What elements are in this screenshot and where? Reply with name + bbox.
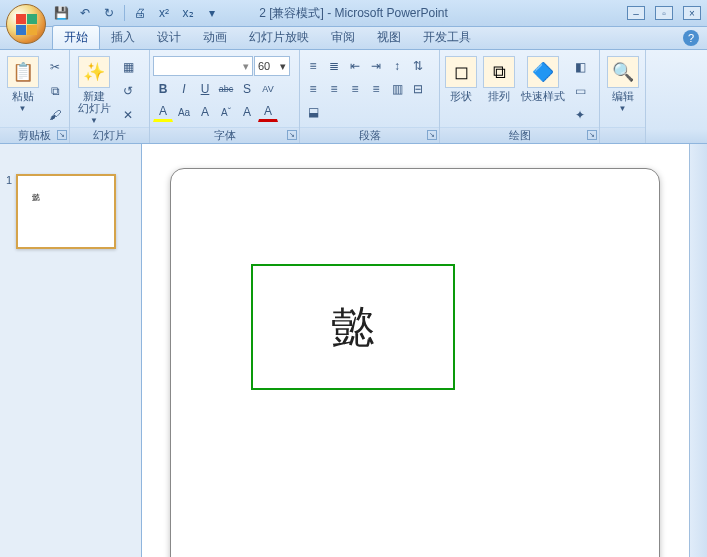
chevron-down-icon: ▾	[243, 60, 249, 73]
font-name-combo[interactable]: ▾	[153, 56, 253, 76]
edit-label: 编辑	[612, 90, 634, 102]
qat-customize-icon[interactable]: ▾	[203, 4, 221, 22]
tab-animations[interactable]: 动画	[192, 26, 238, 49]
save-icon[interactable]: 💾	[52, 4, 70, 22]
new-slide-icon: ✨	[78, 56, 110, 88]
group-editing: 🔍 编辑 ▼	[600, 50, 646, 143]
delete-slide-icon[interactable]: ✕	[117, 104, 139, 126]
arrange-button[interactable]: ⧉ 排列	[481, 52, 517, 102]
shape-outline-icon[interactable]: ▭	[569, 80, 591, 102]
chevron-down-icon: ▼	[19, 104, 27, 113]
thumbnail-panel: 1 懿	[0, 144, 142, 557]
chevron-down-icon: ▼	[90, 116, 98, 125]
shrink-font-button[interactable]: Aˇ	[216, 102, 236, 122]
highlight-button[interactable]: A	[153, 102, 173, 122]
slide-canvas[interactable]: 懿	[170, 168, 660, 557]
reset-icon[interactable]: ↺	[117, 80, 139, 102]
dialog-launcher-icon[interactable]: ↘	[587, 130, 597, 140]
print-icon[interactable]: 🖨	[131, 4, 149, 22]
paste-button[interactable]: 📋 粘贴 ▼	[3, 52, 42, 113]
qat-separator	[124, 5, 125, 21]
text-box[interactable]: 懿	[251, 264, 455, 390]
tab-insert[interactable]: 插入	[100, 26, 146, 49]
indent-increase-button[interactable]: ⇥	[366, 56, 386, 76]
underline-button[interactable]: U	[195, 79, 215, 99]
convert-smartart-button[interactable]: ⬓	[303, 102, 323, 122]
line-spacing-button[interactable]: ↕	[387, 56, 407, 76]
numbering-button[interactable]: ≣	[324, 56, 344, 76]
group-label-editing	[600, 127, 645, 143]
paste-label: 粘贴	[12, 90, 34, 102]
format-painter-icon[interactable]: 🖌	[44, 104, 66, 126]
bullets-button[interactable]: ≡	[303, 56, 323, 76]
arrange-icon: ⧉	[483, 56, 515, 88]
group-label-slides: 幻灯片	[70, 127, 149, 143]
change-case-button[interactable]: Aa	[174, 102, 194, 122]
tab-home[interactable]: 开始	[52, 25, 100, 49]
undo-icon[interactable]: ↶	[76, 4, 94, 22]
shapes-button[interactable]: ◻ 形状	[443, 52, 479, 102]
align-left-button[interactable]: ≡	[303, 79, 323, 99]
cut-icon[interactable]: ✂	[44, 56, 66, 78]
tab-design[interactable]: 设计	[146, 26, 192, 49]
slide-text: 懿	[331, 298, 375, 357]
shapes-icon: ◻	[445, 56, 477, 88]
shape-fill-icon[interactable]: ◧	[569, 56, 591, 78]
tab-view[interactable]: 视图	[366, 26, 412, 49]
window-title: 2 [兼容模式] - Microsoft PowerPoint	[259, 5, 448, 22]
layout-icon[interactable]: ▦	[117, 56, 139, 78]
shadow-button[interactable]: S	[237, 79, 257, 99]
columns-button[interactable]: ▥	[387, 79, 407, 99]
dialog-launcher-icon[interactable]: ↘	[427, 130, 437, 140]
align-right-button[interactable]: ≡	[345, 79, 365, 99]
paste-icon: 📋	[7, 56, 39, 88]
copy-icon[interactable]: ⧉	[44, 80, 66, 102]
align-text-button[interactable]: ⊟	[408, 79, 428, 99]
dialog-launcher-icon[interactable]: ↘	[57, 130, 67, 140]
title-bar: 💾 ↶ ↻ 🖨 x² x₂ ▾ 2 [兼容模式] - Microsoft Pow…	[0, 0, 707, 27]
font-color-button[interactable]: A	[258, 102, 278, 122]
tab-slideshow[interactable]: 幻灯片放映	[238, 26, 320, 49]
redo-icon[interactable]: ↻	[100, 4, 118, 22]
group-drawing: ◻ 形状 ⧉ 排列 🔷 快速样式 ◧ ▭ ✦ 绘图↘	[440, 50, 600, 143]
quick-styles-button[interactable]: 🔷 快速样式	[519, 52, 567, 102]
group-label-font: 字体↘	[150, 127, 299, 143]
dialog-launcher-icon[interactable]: ↘	[287, 130, 297, 140]
char-spacing-button[interactable]: AV	[258, 79, 278, 99]
subscript-icon[interactable]: x₂	[179, 4, 197, 22]
strikethrough-button[interactable]: abc	[216, 79, 236, 99]
window-controls: – ▫ ×	[627, 6, 701, 20]
tab-developer[interactable]: 开发工具	[412, 26, 482, 49]
bold-button[interactable]: B	[153, 79, 173, 99]
quick-styles-icon: 🔷	[527, 56, 559, 88]
quick-access-toolbar: 💾 ↶ ↻ 🖨 x² x₂ ▾	[52, 4, 221, 22]
help-icon[interactable]: ?	[683, 30, 699, 46]
thumbnail-item[interactable]: 1 懿	[6, 174, 135, 249]
align-center-button[interactable]: ≡	[324, 79, 344, 99]
new-slide-button[interactable]: ✨ 新建 幻灯片 ▼	[73, 52, 115, 125]
restore-button[interactable]: ▫	[655, 6, 673, 20]
font-size-combo[interactable]: 60▾	[254, 56, 290, 76]
justify-button[interactable]: ≡	[366, 79, 386, 99]
chevron-down-icon: ▼	[619, 104, 627, 113]
group-slides: ✨ 新建 幻灯片 ▼ ▦ ↺ ✕ 幻灯片	[70, 50, 150, 143]
tab-review[interactable]: 审阅	[320, 26, 366, 49]
italic-button[interactable]: I	[174, 79, 194, 99]
close-button[interactable]: ×	[683, 6, 701, 20]
office-button[interactable]	[6, 4, 46, 44]
vertical-scrollbar[interactable]	[689, 144, 707, 557]
grow-font-button[interactable]: A	[195, 102, 215, 122]
minimize-button[interactable]: –	[627, 6, 645, 20]
group-paragraph: ≡ ≣ ⇤ ⇥ ↕ ⇅ ≡ ≡ ≡ ≡ ▥ ⊟ ⬓ 段落↘	[300, 50, 440, 143]
ribbon: 📋 粘贴 ▼ ✂ ⧉ 🖌 剪贴板↘ ✨ 新建 幻灯片 ▼ ▦ ↺ ✕	[0, 50, 707, 144]
superscript-icon[interactable]: x²	[155, 4, 173, 22]
edit-button[interactable]: 🔍 编辑 ▼	[603, 52, 642, 113]
shape-effects-icon[interactable]: ✦	[569, 104, 591, 126]
group-label-clipboard: 剪贴板↘	[0, 127, 69, 143]
indent-decrease-button[interactable]: ⇤	[345, 56, 365, 76]
text-direction-button[interactable]: ⇅	[408, 56, 428, 76]
clear-format-button[interactable]: A	[237, 102, 257, 122]
chevron-down-icon: ▾	[280, 60, 286, 73]
slide-editor[interactable]: 懿	[142, 144, 689, 557]
thumbnail-preview[interactable]: 懿	[16, 174, 116, 249]
